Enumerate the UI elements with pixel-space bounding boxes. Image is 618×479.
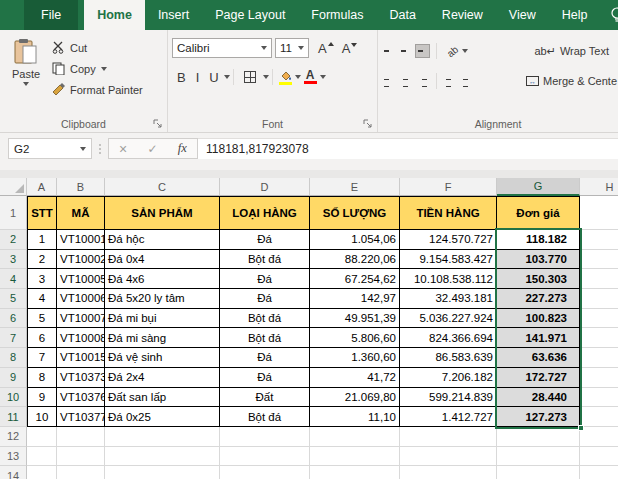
row-header-2[interactable]: 2 [0,230,27,250]
insert-function-button[interactable]: fx [178,141,187,156]
font-size-combo[interactable]: 11 [275,38,309,58]
copy-dropdown-arrow[interactable] [101,67,107,71]
cell-A10[interactable]: 9 [27,388,57,408]
cell-G5[interactable]: 227.273 [497,289,580,309]
column-header-F[interactable]: F [400,178,497,196]
cell-B5[interactable]: VT10006 [57,289,105,309]
fill-color-button[interactable] [279,70,292,85]
underline-dropdown-arrow[interactable] [224,75,230,79]
cell-H7[interactable] [580,328,618,348]
cell-G1[interactable]: Đơn giá [497,196,580,230]
column-header-D[interactable]: D [220,178,310,196]
cell-B1[interactable]: MÃ [57,196,105,230]
cell-B7[interactable]: VT10008 [57,328,105,348]
row-header-13[interactable]: 13 [0,447,27,467]
row-header-5[interactable]: 5 [0,289,27,309]
name-box-dropdown-arrow[interactable] [80,147,86,151]
name-box[interactable]: G2 [8,138,92,159]
font-color-button[interactable]: A [304,70,317,84]
cell-F13[interactable] [400,447,497,467]
tab-review[interactable]: Review [429,0,496,30]
cell-E2[interactable]: 1.054,06 [310,230,400,250]
cell-D4[interactable]: Đá [220,269,310,289]
cell-D11[interactable]: Bột đá [220,407,310,427]
column-header-H[interactable]: H [580,178,618,196]
cell-E13[interactable] [310,447,400,467]
cell-A14[interactable] [27,466,57,479]
paste-button[interactable]: Paste [4,35,48,116]
copy-button[interactable]: Copy [52,60,143,77]
cell-F10[interactable]: 599.214.839 [400,388,497,408]
cell-D2[interactable]: Đá [220,230,310,250]
cell-F3[interactable]: 9.154.583.427 [400,250,497,270]
wrap-text-button[interactable]: ab↵ Wrap Text [531,45,612,58]
cell-F6[interactable]: 5.036.227.924 [400,309,497,329]
cell-H2[interactable] [580,230,618,250]
cell-F4[interactable]: 10.108.538.112 [400,269,497,289]
cell-A9[interactable]: 8 [27,368,57,388]
cell-D6[interactable]: Bột đá [220,309,310,329]
enter-button[interactable]: ✓ [148,142,158,156]
tab-page-layout[interactable]: Page Layout [202,0,298,30]
bold-button[interactable]: B [172,70,191,85]
cell-C9[interactable]: Đá 2x4 [105,368,220,388]
cell-B14[interactable] [57,466,105,479]
decrease-indent-button[interactable] [444,73,457,89]
cell-D13[interactable] [220,447,310,467]
cell-D7[interactable]: Bột đá [220,328,310,348]
row-header-9[interactable]: 9 [0,368,27,388]
cell-H14[interactable] [580,466,618,479]
cell-H3[interactable] [580,250,618,270]
cell-B6[interactable]: VT10007 [57,309,105,329]
cell-A5[interactable]: 4 [27,289,57,309]
cell-F12[interactable] [400,427,497,447]
column-header-E[interactable]: E [310,178,400,196]
row-header-10[interactable]: 10 [0,388,27,408]
cell-H10[interactable] [580,388,618,408]
cell-C2[interactable]: Đá hộc [105,230,220,250]
row-header-14[interactable]: 14 [0,466,27,479]
cell-G4[interactable]: 150.303 [497,269,580,289]
cell-G7[interactable]: 141.971 [497,328,580,348]
top-align-button[interactable] [382,45,395,58]
row-header-4[interactable]: 4 [0,269,27,289]
row-header-12[interactable]: 12 [0,427,27,447]
cell-D9[interactable]: Đá [220,368,310,388]
borders-dropdown-arrow[interactable] [263,75,269,79]
cell-B8[interactable]: VT10015 [57,348,105,368]
font-dialog-launcher[interactable] [363,119,373,129]
cell-G14[interactable] [497,466,580,479]
cut-button[interactable]: Cut [52,39,143,56]
cell-G6[interactable]: 100.823 [497,309,580,329]
increase-font-size-button[interactable]: A [314,41,338,56]
cell-B11[interactable]: VT10377 [57,407,105,427]
column-header-B[interactable]: B [57,178,105,196]
cell-E12[interactable] [310,427,400,447]
cell-C11[interactable]: Đá 0x25 [105,407,220,427]
cell-F7[interactable]: 824.366.694 [400,328,497,348]
row-header-1[interactable]: 1 [0,196,27,230]
cell-B10[interactable]: VT10376 [57,388,105,408]
align-left-button[interactable] [382,73,395,89]
cell-F9[interactable]: 7.206.182 [400,368,497,388]
cell-F14[interactable] [400,466,497,479]
row-header-3[interactable]: 3 [0,250,27,270]
tab-view[interactable]: View [496,0,549,30]
cell-A2[interactable]: 1 [27,230,57,250]
cell-H12[interactable] [580,427,618,447]
column-header-A[interactable]: A [27,178,57,196]
underline-button[interactable]: U [204,70,223,85]
cell-A13[interactable] [27,447,57,467]
cell-A8[interactable]: 7 [27,348,57,368]
cell-E9[interactable]: 41,72 [310,368,400,388]
cell-C5[interactable]: Đá 5x20 ly tâm [105,289,220,309]
cell-F8[interactable]: 86.583.639 [400,348,497,368]
cell-F2[interactable]: 124.570.727 [400,230,497,250]
cell-G12[interactable] [497,427,580,447]
orientation-button[interactable]: ab [444,46,471,57]
cell-D1[interactable]: LOẠI HÀNG [220,196,310,230]
tab-file[interactable]: File [24,0,78,30]
row-header-8[interactable]: 8 [0,348,27,368]
cell-G10[interactable]: 28.440 [497,388,580,408]
cell-F11[interactable]: 1.412.727 [400,407,497,427]
